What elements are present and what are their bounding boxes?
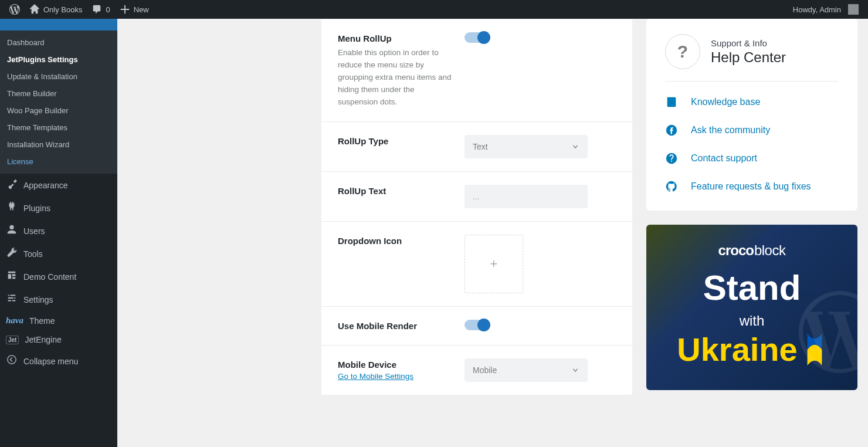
sidebar-item-label: Demo Content [23,272,76,282]
sidebar-item-appearance[interactable]: Appearance [0,174,117,197]
rollup-text-label: RollUp Text [338,185,455,197]
collapse-icon [6,354,18,368]
right-sidebar: ? Support & Info Help Center Knowledge b… [646,19,857,390]
sidebar-item-tools[interactable]: Tools [0,242,117,265]
divider [665,81,839,82]
plus-icon: + [490,256,498,272]
user-icon [6,224,18,238]
sliders-icon [6,293,18,306]
setting-dropdown-icon: Dropdown Icon + [321,222,632,307]
site-home-link[interactable]: Only Books [25,0,87,19]
jet-icon: Jet [6,336,19,344]
new-content-link[interactable]: New [115,0,154,19]
github-icon [665,180,678,193]
setting-mobile-device: Mobile Device Go to Mobile Settings Mobi… [321,346,632,395]
github-link[interactable]: Feature requests & bug fixes [665,180,839,193]
greeting: Howdy, Admin [793,5,841,14]
link-label: Ask the community [691,125,770,136]
submenu-woo-page-builder[interactable]: Woo Page Builder [0,102,117,119]
wp-logo[interactable] [5,0,25,19]
facebook-icon [665,124,678,137]
chevron-down-icon [571,143,579,151]
wp-watermark-icon [799,291,857,373]
account-link[interactable]: Howdy, Admin [788,0,863,19]
collapse-menu-button[interactable]: Collapse menu [0,349,117,372]
knowledge-base-link[interactable]: Knowledge base [665,96,839,109]
help-center-card: ? Support & Info Help Center Knowledge b… [646,19,857,211]
sidebar-item-label: Users [23,226,45,236]
hava-logo: hava [6,316,23,326]
dropdown-icon-picker[interactable]: + [464,235,523,293]
svg-point-0 [8,355,16,364]
croco-logo: crocoblock [664,242,840,259]
brush-icon [6,178,18,192]
link-label: Contact support [691,153,757,164]
menu-rollup-label: Menu RollUp [338,32,455,45]
mobile-render-label: Use Mobile Render [338,320,455,332]
rollup-type-value: Text [473,142,488,151]
submenu-installation-wizard[interactable]: Installation Wizard [0,136,117,153]
main-content: Menu RollUp Enable this option in order … [117,19,868,447]
help-title: Help Center [711,49,786,66]
submenu-jetplugins-settings[interactable]: JetPlugins Settings [0,51,117,68]
question-circle-icon [665,152,678,165]
mobile-device-label: Mobile Device [338,358,455,371]
mobile-settings-link[interactable]: Go to Mobile Settings [338,372,413,381]
sidebar-item-label: Plugins [23,204,50,213]
sidebar-item-jetengine[interactable]: Jet JetEngine [0,330,117,349]
ukraine-banner[interactable]: crocoblock Stand with Ukraine [646,225,857,390]
active-menu-strip [0,19,117,31]
mobile-render-toggle[interactable] [464,320,489,330]
site-name: Only Books [43,5,82,14]
rollup-type-label: RollUp Type [338,135,455,147]
chevron-down-icon [571,366,579,374]
dropdown-icon-label: Dropdown Icon [338,235,455,247]
sidebar-item-plugins[interactable]: Plugins [0,197,117,219]
plug-icon [6,201,18,215]
mobile-device-select[interactable]: Mobile [464,358,588,382]
mobile-device-value: Mobile [473,365,497,375]
demo-icon [6,270,18,283]
community-link[interactable]: Ask the community [665,124,839,137]
support-link[interactable]: Contact support [665,152,839,165]
comment-count: 0 [106,5,110,14]
sidebar-item-settings[interactable]: Settings [0,288,117,311]
setting-mobile-render: Use Mobile Render [321,307,632,346]
sidebar-item-label: Theme [29,316,55,326]
link-label: Feature requests & bug fixes [691,181,811,192]
rollup-type-select[interactable]: Text [464,135,588,158]
sidebar-item-label: Tools [23,249,43,259]
wrench-icon [6,247,18,260]
setting-menu-rollup: Menu RollUp Enable this option in order … [321,19,632,122]
sidebar-item-label: Settings [23,295,53,304]
comments-link[interactable]: 0 [87,0,114,19]
setting-rollup-type: RollUp Type Text [321,122,632,172]
book-icon [665,96,678,109]
submenu-theme-templates[interactable]: Theme Templates [0,119,117,136]
sidebar-item-theme[interactable]: hava Theme [0,311,117,330]
question-icon: ? [665,34,700,69]
admin-sidebar: Dashboard JetPlugins Settings Update & I… [0,19,117,447]
sidebar-item-users[interactable]: Users [0,219,117,242]
new-label: New [134,5,149,14]
collapse-label: Collapse menu [23,357,78,366]
settings-panel: Menu RollUp Enable this option in order … [321,19,632,395]
sidebar-item-demo-content[interactable]: Demo Content [0,265,117,288]
rollup-text-input[interactable] [464,185,588,208]
submenu-theme-builder[interactable]: Theme Builder [0,85,117,102]
submenu-dashboard[interactable]: Dashboard [0,34,117,51]
sidebar-item-label: JetEngine [25,335,61,344]
admin-bar: Only Books 0 New Howdy, Admin [0,0,868,19]
submenu-update-installation[interactable]: Update & Installation [0,68,117,85]
setting-rollup-text: RollUp Text [321,172,632,222]
avatar [848,4,859,15]
sidebar-item-label: Appearance [23,181,68,190]
submenu-license[interactable]: License [0,153,117,170]
link-label: Knowledge base [691,97,760,107]
help-subtitle: Support & Info [711,38,786,48]
menu-rollup-desc: Enable this option in order to reduce th… [338,47,455,109]
menu-rollup-toggle[interactable] [464,32,489,43]
sidebar-submenu: Dashboard JetPlugins Settings Update & I… [0,31,117,174]
